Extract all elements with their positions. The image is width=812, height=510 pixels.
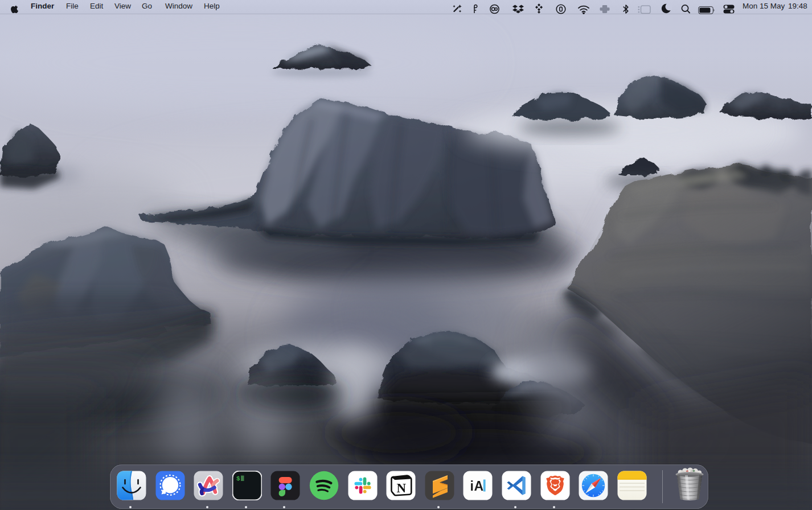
svg-text:$: $ [236, 475, 240, 482]
svg-text:iA: iA [470, 479, 484, 493]
svg-text:N: N [397, 481, 407, 495]
